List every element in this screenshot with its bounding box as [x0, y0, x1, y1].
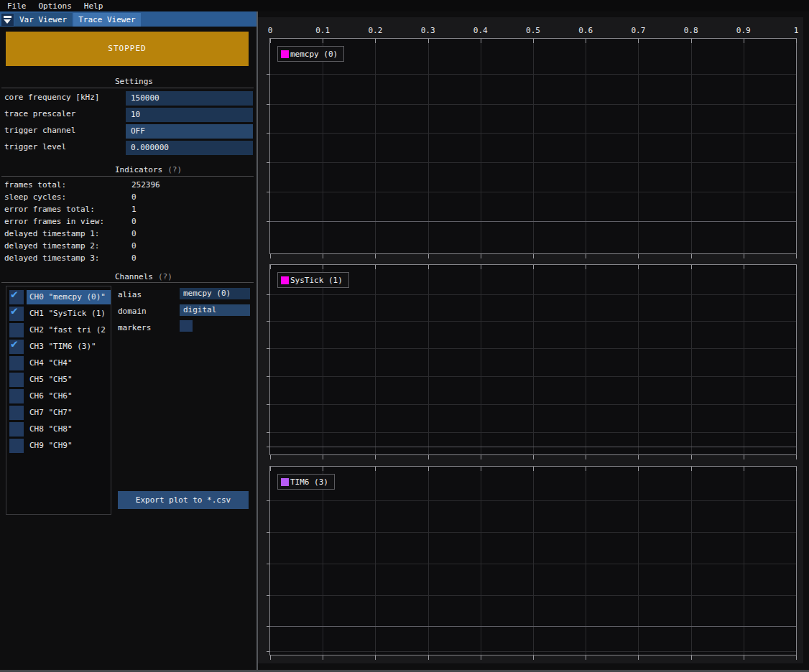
alias-input[interactable]: memcpy (0) [180, 288, 250, 299]
channel-checkbox[interactable]: ✔ [9, 340, 24, 354]
legend-marker-swatch [281, 276, 289, 284]
x-axis-tick [533, 265, 534, 269]
legend-marker-swatch [281, 478, 289, 486]
channel-item[interactable]: CH0 "memcpy (0)" [27, 290, 111, 304]
tab-var-viewer[interactable]: Var Viewer [14, 13, 72, 27]
plot-area-memcpy-0[interactable] [269, 38, 797, 254]
gridline-vertical [481, 265, 481, 454]
x-axis-tick [796, 39, 797, 43]
x-axis-tick [428, 655, 429, 660]
channel-row: CH9 "CH9" [6, 438, 111, 454]
channel-item[interactable]: CH6 "CH6" [27, 389, 111, 403]
zero-axis-line [270, 221, 796, 222]
menu-item-options[interactable]: Options [39, 1, 72, 11]
x-axis-tick [270, 655, 271, 660]
acquisition-state-button[interactable]: STOPPED [6, 32, 249, 66]
filter-icon [4, 16, 11, 18]
settings-title-text: Settings [115, 77, 153, 86]
x-axis-tick [481, 265, 481, 269]
channel-checkbox[interactable] [9, 356, 24, 370]
x-axis-tick [638, 467, 639, 471]
gridline-vertical [428, 265, 429, 454]
gridline-vertical [586, 265, 586, 454]
channel-item[interactable]: CH8 "CH8" [27, 422, 111, 437]
channel-checkbox[interactable]: ✔ [9, 290, 24, 304]
plot-area-systick-1[interactable] [269, 264, 797, 455]
channel-checkbox[interactable] [9, 323, 24, 337]
channel-item[interactable]: CH3 "TIM6 (3)" [27, 340, 111, 354]
setting-trace-prescaler-input[interactable]: 10 [126, 108, 253, 122]
y-axis-tick [267, 651, 269, 652]
x-axis-tick [744, 467, 744, 471]
setting-trigger-channel-combo[interactable]: OFF [126, 124, 253, 139]
y-axis-tick [267, 500, 269, 501]
x-axis-tick [744, 254, 744, 258]
x-axis-tick [691, 655, 692, 660]
x-axis-tick [638, 265, 639, 269]
tab-bar: Var ViewerTrace Viewer [0, 11, 256, 27]
gridline-horizontal [270, 74, 796, 75]
channels-section-title: Channels(?) [115, 272, 172, 281]
gridline-vertical [638, 265, 639, 454]
y-axis-tick [267, 321, 269, 322]
zero-axis-line [270, 626, 796, 627]
channel-item[interactable]: CH7 "CH7" [27, 406, 111, 420]
channel-list[interactable]: ✔CH0 "memcpy (0)"✔CH1 "SysTick (1)CH2 "f… [6, 286, 111, 515]
x-axis-tick [638, 655, 639, 660]
y-axis-tick [267, 192, 269, 192]
tab-list-filter-button[interactable] [1, 14, 14, 26]
legend-label[interactable]: memcpy (0) [290, 50, 338, 59]
channel-checkbox[interactable] [9, 389, 24, 403]
export-csv-button[interactable]: Export plot to *.csv [118, 491, 249, 509]
channel-item[interactable]: CH5 "CH5" [27, 373, 111, 387]
x-axis-tick [375, 467, 376, 471]
x-axis-tick [375, 254, 376, 258]
help-marker[interactable]: (?) [158, 272, 172, 281]
markers-checkbox[interactable] [180, 320, 193, 332]
x-axis-tick [323, 455, 323, 459]
channel-checkbox[interactable]: ✔ [9, 307, 24, 321]
x-axis-tick [796, 265, 797, 269]
plot-legend: TIM6 (3) [277, 474, 335, 490]
x-axis-tick [481, 39, 481, 43]
help-marker[interactable]: (?) [167, 165, 182, 174]
menu-item-file[interactable]: File [7, 1, 27, 11]
indicator-value-error-frames-in-view: 0 [131, 217, 137, 226]
y-axis-tick [267, 221, 269, 222]
channel-checkbox[interactable] [9, 422, 24, 437]
x-axis-tick [270, 39, 271, 43]
channel-item[interactable]: CH2 "fast tri (2 [27, 323, 111, 337]
legend-label[interactable]: TIM6 (3) [290, 477, 328, 487]
gridline-horizontal [270, 294, 796, 295]
channel-checkbox[interactable] [9, 406, 24, 420]
x-axis-tick [481, 254, 481, 258]
x-axis-tick [796, 655, 797, 660]
domain-combo[interactable]: digital [180, 304, 250, 316]
channel-item[interactable]: CH4 "CH4" [27, 356, 111, 370]
gridline-horizontal [270, 133, 796, 134]
legend-label[interactable]: SysTick (1) [290, 276, 343, 285]
x-axis-label: 0.5 [526, 26, 540, 35]
channel-item[interactable]: CH9 "CH9" [27, 439, 111, 453]
channel-item[interactable]: CH1 "SysTick (1) [27, 307, 111, 321]
gridline-horizontal [270, 432, 796, 433]
x-axis-tick [586, 39, 586, 43]
setting-trigger-level-input[interactable]: 0.000000 [126, 141, 253, 155]
gridline-vertical [744, 265, 744, 454]
channel-checkbox[interactable] [9, 373, 24, 387]
gridline-horizontal [270, 192, 796, 192]
x-axis-tick [323, 39, 323, 43]
plot-area-tim6-3[interactable] [269, 466, 797, 655]
chevron-down-icon [4, 19, 11, 24]
x-axis-tick [428, 254, 429, 258]
setting-core-frequency-khz-input[interactable]: 150000 [126, 91, 253, 106]
x-axis-label: 0.2 [368, 26, 382, 35]
x-axis-tick [744, 455, 744, 459]
channel-row: ✔CH1 "SysTick (1) [6, 306, 111, 322]
menu-item-help[interactable]: Help [84, 1, 103, 11]
channel-checkbox[interactable] [9, 439, 24, 453]
tab-trace-viewer[interactable]: Trace Viewer [73, 13, 140, 27]
setting-label-core-frequency-khz: core frequency [kHz] [4, 93, 99, 102]
x-axis-tick [428, 39, 429, 43]
y-axis-tick [267, 74, 269, 75]
